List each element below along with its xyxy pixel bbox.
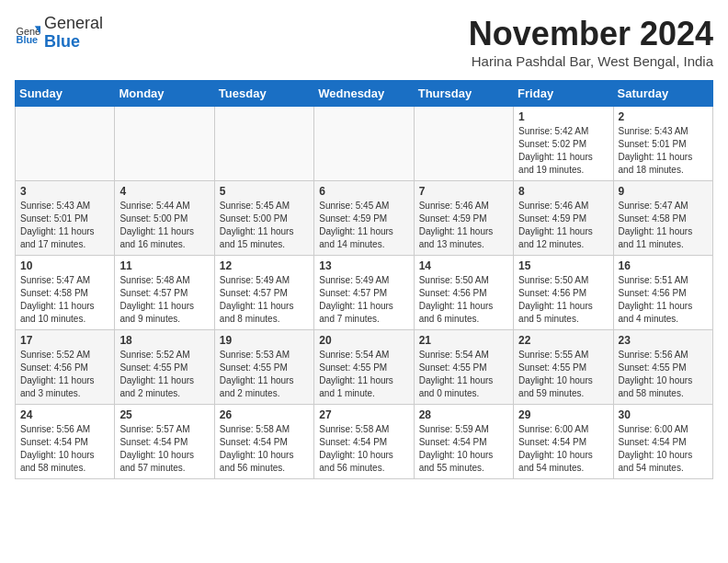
day-number: 11 (119, 259, 209, 272)
calendar-cell: 15Sunrise: 5:50 AM Sunset: 4:56 PM Dayli… (514, 256, 613, 330)
day-info: Sunrise: 5:56 AM Sunset: 4:55 PM Dayligh… (619, 349, 708, 400)
calendar-cell: 9Sunrise: 5:47 AM Sunset: 4:58 PM Daylig… (613, 181, 712, 256)
calendar-cell: 10Sunrise: 5:47 AM Sunset: 4:58 PM Dayli… (16, 256, 115, 330)
day-info: Sunrise: 5:52 AM Sunset: 4:55 PM Dayligh… (119, 349, 209, 400)
calendar-cell: 12Sunrise: 5:49 AM Sunset: 4:57 PM Dayli… (214, 256, 313, 330)
calendar-cell (16, 107, 115, 181)
header-friday: Friday (514, 81, 613, 107)
day-number: 5 (220, 185, 309, 198)
calendar-cell: 18Sunrise: 5:52 AM Sunset: 4:55 PM Dayli… (115, 330, 214, 405)
day-info: Sunrise: 5:55 AM Sunset: 4:55 PM Dayligh… (518, 349, 608, 400)
day-info: Sunrise: 5:58 AM Sunset: 4:54 PM Dayligh… (220, 423, 309, 475)
day-number: 22 (518, 334, 608, 347)
header-saturday: Saturday (613, 81, 712, 107)
day-info: Sunrise: 5:49 AM Sunset: 4:57 PM Dayligh… (319, 274, 408, 326)
day-info: Sunrise: 5:48 AM Sunset: 4:57 PM Dayligh… (119, 274, 209, 326)
calendar-cell: 14Sunrise: 5:50 AM Sunset: 4:56 PM Dayli… (414, 256, 513, 330)
calendar-cell: 25Sunrise: 5:57 AM Sunset: 4:54 PM Dayli… (115, 405, 214, 479)
day-number: 13 (319, 259, 408, 272)
calendar-table: SundayMondayTuesdayWednesdayThursdayFrid… (15, 80, 713, 479)
day-number: 24 (20, 408, 109, 421)
calendar-cell (414, 107, 513, 181)
day-number: 6 (319, 185, 408, 198)
day-info: Sunrise: 6:00 AM Sunset: 4:54 PM Dayligh… (518, 423, 608, 475)
day-info: Sunrise: 5:56 AM Sunset: 4:54 PM Dayligh… (20, 423, 109, 475)
day-info: Sunrise: 5:44 AM Sunset: 5:00 PM Dayligh… (119, 200, 209, 251)
calendar-cell: 24Sunrise: 5:56 AM Sunset: 4:54 PM Dayli… (16, 405, 115, 479)
calendar-cell (214, 107, 313, 181)
calendar-cell: 27Sunrise: 5:58 AM Sunset: 4:54 PM Dayli… (314, 405, 414, 479)
calendar-week-1: 1Sunrise: 5:42 AM Sunset: 5:02 PM Daylig… (16, 107, 713, 181)
day-number: 17 (20, 334, 109, 347)
header-sunday: Sunday (16, 81, 115, 107)
title-block: November 2024 Harina Pashdal Bar, West B… (469, 15, 713, 69)
month-title: November 2024 (469, 15, 713, 53)
calendar-cell: 8Sunrise: 5:46 AM Sunset: 4:59 PM Daylig… (514, 181, 613, 256)
day-info: Sunrise: 5:42 AM Sunset: 5:02 PM Dayligh… (518, 125, 608, 177)
calendar-header-row: SundayMondayTuesdayWednesdayThursdayFrid… (16, 81, 713, 107)
calendar-cell: 28Sunrise: 5:59 AM Sunset: 4:54 PM Dayli… (414, 405, 513, 479)
calendar-cell: 3Sunrise: 5:43 AM Sunset: 5:01 PM Daylig… (16, 181, 115, 256)
day-number: 4 (119, 185, 209, 198)
calendar-cell: 2Sunrise: 5:43 AM Sunset: 5:01 PM Daylig… (613, 107, 712, 181)
day-number: 28 (419, 408, 508, 421)
day-info: Sunrise: 5:54 AM Sunset: 4:55 PM Dayligh… (419, 349, 508, 400)
calendar-cell: 22Sunrise: 5:55 AM Sunset: 4:55 PM Dayli… (514, 330, 613, 405)
day-info: Sunrise: 5:49 AM Sunset: 4:57 PM Dayligh… (220, 274, 309, 326)
page-header: General Blue General Blue November 2024 … (15, 15, 713, 69)
logo-icon: General Blue (15, 20, 40, 46)
calendar-cell: 11Sunrise: 5:48 AM Sunset: 4:57 PM Dayli… (115, 256, 214, 330)
day-info: Sunrise: 5:53 AM Sunset: 4:55 PM Dayligh… (220, 349, 309, 400)
day-number: 20 (319, 334, 408, 347)
day-info: Sunrise: 5:50 AM Sunset: 4:56 PM Dayligh… (419, 274, 508, 326)
header-thursday: Thursday (414, 81, 513, 107)
calendar-cell: 6Sunrise: 5:45 AM Sunset: 4:59 PM Daylig… (314, 181, 414, 256)
day-number: 15 (518, 259, 608, 272)
day-info: Sunrise: 5:43 AM Sunset: 5:01 PM Dayligh… (20, 200, 109, 251)
logo-general-text: General (44, 14, 103, 32)
day-number: 8 (518, 185, 608, 198)
day-number: 7 (419, 185, 508, 198)
header-tuesday: Tuesday (214, 81, 313, 107)
calendar-cell: 21Sunrise: 5:54 AM Sunset: 4:55 PM Dayli… (414, 330, 513, 405)
calendar-cell: 26Sunrise: 5:58 AM Sunset: 4:54 PM Dayli… (214, 405, 313, 479)
calendar-week-5: 24Sunrise: 5:56 AM Sunset: 4:54 PM Dayli… (16, 405, 713, 479)
day-info: Sunrise: 5:47 AM Sunset: 4:58 PM Dayligh… (20, 274, 109, 326)
day-number: 1 (518, 110, 608, 123)
calendar-cell: 17Sunrise: 5:52 AM Sunset: 4:56 PM Dayli… (16, 330, 115, 405)
day-info: Sunrise: 5:57 AM Sunset: 4:54 PM Dayligh… (119, 423, 209, 475)
logo-blue-text: Blue (44, 32, 80, 51)
calendar-cell: 5Sunrise: 5:45 AM Sunset: 5:00 PM Daylig… (214, 181, 313, 256)
calendar-cell (314, 107, 414, 181)
svg-text:Blue: Blue (17, 34, 39, 45)
day-info: Sunrise: 5:46 AM Sunset: 4:59 PM Dayligh… (419, 200, 508, 251)
day-info: Sunrise: 5:59 AM Sunset: 4:54 PM Dayligh… (419, 423, 508, 475)
calendar-cell: 13Sunrise: 5:49 AM Sunset: 4:57 PM Dayli… (314, 256, 414, 330)
day-number: 12 (220, 259, 309, 272)
logo: General Blue General Blue (15, 15, 103, 52)
day-number: 27 (319, 408, 408, 421)
day-number: 30 (619, 408, 708, 421)
calendar-cell (115, 107, 214, 181)
calendar-week-4: 17Sunrise: 5:52 AM Sunset: 4:56 PM Dayli… (16, 330, 713, 405)
calendar-week-3: 10Sunrise: 5:47 AM Sunset: 4:58 PM Dayli… (16, 256, 713, 330)
day-info: Sunrise: 5:47 AM Sunset: 4:58 PM Dayligh… (619, 200, 708, 251)
day-number: 18 (119, 334, 209, 347)
day-number: 16 (619, 259, 708, 272)
day-info: Sunrise: 5:43 AM Sunset: 5:01 PM Dayligh… (619, 125, 708, 177)
calendar-cell: 29Sunrise: 6:00 AM Sunset: 4:54 PM Dayli… (514, 405, 613, 479)
day-info: Sunrise: 5:46 AM Sunset: 4:59 PM Dayligh… (518, 200, 608, 251)
day-number: 19 (220, 334, 309, 347)
header-wednesday: Wednesday (314, 81, 414, 107)
day-info: Sunrise: 5:51 AM Sunset: 4:56 PM Dayligh… (619, 274, 708, 326)
day-info: Sunrise: 5:58 AM Sunset: 4:54 PM Dayligh… (319, 423, 408, 475)
location-text: Harina Pashdal Bar, West Bengal, India (469, 53, 713, 69)
day-info: Sunrise: 5:52 AM Sunset: 4:56 PM Dayligh… (20, 349, 109, 400)
day-number: 25 (119, 408, 209, 421)
day-info: Sunrise: 5:45 AM Sunset: 4:59 PM Dayligh… (319, 200, 408, 251)
calendar-cell: 19Sunrise: 5:53 AM Sunset: 4:55 PM Dayli… (214, 330, 313, 405)
calendar-cell: 4Sunrise: 5:44 AM Sunset: 5:00 PM Daylig… (115, 181, 214, 256)
day-number: 26 (220, 408, 309, 421)
day-number: 21 (419, 334, 508, 347)
day-number: 14 (419, 259, 508, 272)
